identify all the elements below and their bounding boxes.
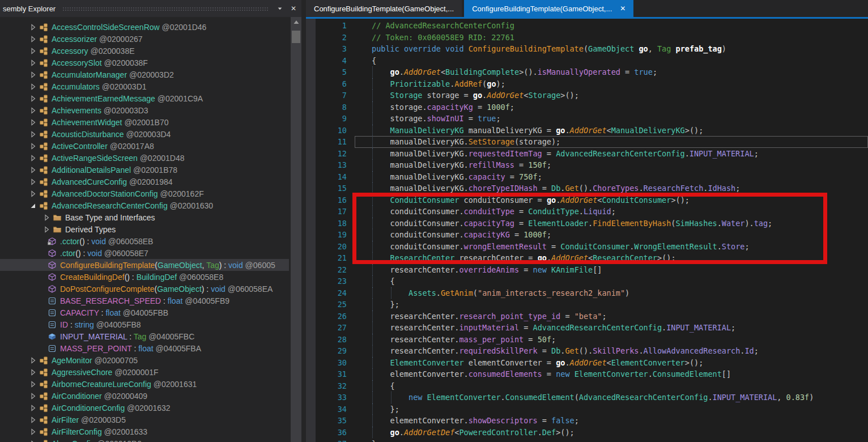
tree-item[interactable]: Accessorizer @02000267 [0,33,289,45]
tab-active[interactable]: ConfigureBuildingTemplate(GameObject,...… [464,0,633,17]
close-icon[interactable]: ✕ [288,3,299,14]
code-line[interactable]: 9 storage.showInUI = true; [316,113,868,125]
tree-item[interactable]: ConfigureBuildingTemplate(GameObject, Ta… [0,259,289,271]
tree-item[interactable]: AlgaeConfig @020010D0 [0,437,289,442]
code-line[interactable]: 3public override void ConfigureBuildingT… [316,43,868,55]
tree-item[interactable]: AdvancedDoctorStationConfig @0200162F [0,188,289,199]
tree-item[interactable]: AggressiveChore @0200001F [0,366,289,378]
tree-item[interactable]: AccessorySlot @0200038F [0,57,289,69]
tree-scrollbar[interactable] [291,17,301,442]
code-editor[interactable]: 1// AdvancedResearchCenterConfig2// Toke… [306,19,868,442]
tree-item[interactable]: AirFilter @020003D5 [0,414,289,426]
code-line[interactable]: 12 manualDeliveryKG.requestedItemTag = A… [316,148,868,160]
expander-collapsed-icon[interactable] [28,427,37,436]
tree-item[interactable]: AchievementWidget @02001B70 [0,116,289,128]
tree-item[interactable]: .cctor() : void @060058EB [0,235,289,247]
scrollbar-thumb[interactable] [292,31,300,43]
tree-item[interactable]: AdvancedCureConfig @02001984 [0,176,289,188]
tree-item[interactable]: AccessControlSideScreenRow @02001D46 [0,21,289,33]
code-line[interactable]: 33 new ElementConverter.ConsumedElement(… [316,392,868,403]
expander-collapsed-icon[interactable] [28,46,37,56]
expander-collapsed-icon[interactable] [28,189,37,198]
tree-item[interactable]: ActiveController @020017A8 [0,140,289,152]
tree-item[interactable]: DoPostConfigureComplete(GameObject) : vo… [0,283,289,295]
expander-collapsed-icon[interactable] [28,70,37,79]
tree-item[interactable]: AccumulatorManager @020003D2 [0,69,289,80]
expander-collapsed-icon[interactable] [28,106,37,115]
tree-item[interactable]: AirConditioner @02000409 [0,390,289,402]
expander-collapsed-icon[interactable] [28,403,37,413]
code-line[interactable]: 26 researchCenter.research_point_type_id… [316,311,868,322]
tree-item[interactable]: Base Type and Interfaces [0,211,289,223]
expander-collapsed-icon[interactable] [28,392,37,401]
code-line[interactable]: 6 Prioritizable.AddRef(go); [316,78,868,90]
code-line[interactable]: 5 go.AddOrGet<BuildingComplete>().isManu… [316,66,868,78]
code-line[interactable]: 4{ [316,55,868,67]
tree-item[interactable]: MASS_PER_POINT : float @04005FBA [0,342,289,354]
expander-collapsed-icon[interactable] [28,35,37,44]
code-line[interactable]: 27 researchCenter.inputMaterial = Advanc… [316,322,868,334]
tree-item[interactable]: ActiveRangeSideScreen @02001D48 [0,152,289,164]
tree-item[interactable]: AirborneCreatureLureConfig @02001631 [0,378,289,390]
tree-item[interactable]: CreateBuildingDef() : BuildingDef @06005… [0,271,289,283]
code-line[interactable]: 13 manualDeliveryKG.refillMass = 150f; [316,159,868,171]
panel-drag-grip[interactable] [62,7,269,12]
code-line[interactable]: 22 researchCenter.overrideAnims = new KA… [316,264,868,276]
code-line[interactable]: 10 ManualDeliveryKG manualDeliveryKG = g… [316,125,868,137]
tree-item[interactable]: Accumulators @020003D1 [0,80,289,92]
code-line[interactable]: 36 go.AddOrGetDef<PoweredController.Def>… [316,427,868,439]
expander-collapsed-icon[interactable] [28,82,37,91]
tree-item[interactable]: BASE_RESEARCH_SPEED : float @04005FB9 [0,295,289,307]
expander-collapsed-icon[interactable] [28,415,37,424]
code-line[interactable]: 8 storage.capacityKg = 1000f; [316,101,868,113]
tree-item[interactable]: ID : string @04005FB8 [0,318,289,330]
code-line[interactable]: 24 Assets.GetAnim("anim_interacts_resear… [316,287,868,299]
code-line[interactable]: 31 elementConverter.consumedElements = n… [316,368,868,380]
expander-collapsed-icon[interactable] [28,154,37,163]
tree-item[interactable]: AdditionalDetailsPanel @02001B78 [0,164,289,176]
expander-collapsed-icon[interactable] [28,23,37,32]
expander-collapsed-icon[interactable] [28,118,37,127]
tree-item[interactable]: AirFilterConfig @02001633 [0,426,289,437]
expander-collapsed-icon[interactable] [28,94,37,103]
code-line[interactable]: 25 }; [316,299,868,311]
expander-collapsed-icon[interactable] [28,356,37,365]
breakpoint-margin[interactable] [306,19,316,442]
code-line[interactable]: 29 researchCenter.requiredSkillPerk = Db… [316,345,868,357]
code-line[interactable]: 14 manualDeliveryKG.capacity = 750f; [316,171,868,183]
code-line[interactable]: 30 ElementConverter elementConverter = g… [316,357,868,369]
tree-item[interactable]: Derived Types [0,223,289,235]
expander-collapsed-icon[interactable] [28,130,37,139]
tree-item[interactable]: Accessory @0200038E [0,45,289,57]
expander-collapsed-icon[interactable] [28,165,37,175]
tree-item[interactable]: AcousticDisturbance @020003D4 [0,128,289,140]
tree-item[interactable]: AchievementEarnedMessage @02001C9A [0,92,289,104]
tree-item[interactable]: AirConditionerConfig @02001632 [0,402,289,414]
scroll-up-icon[interactable] [291,17,301,27]
code-line[interactable]: 1// AdvancedResearchCenterConfig [316,20,868,32]
code-line[interactable]: 2// Token: 0x060058E9 RID: 22761 [316,32,868,44]
expander-expanded-icon[interactable] [28,201,37,210]
code-line[interactable]: 34 }; [316,403,868,415]
tree-item[interactable]: AgeMonitor @02000705 [0,354,289,366]
code-line[interactable]: 32 { [316,380,868,392]
tab-close-icon[interactable]: ✕ [620,5,626,12]
expander-collapsed-icon[interactable] [28,368,37,377]
expander-collapsed-icon[interactable] [42,213,51,222]
expander-collapsed-icon[interactable] [28,380,37,389]
expander-collapsed-icon[interactable] [28,58,37,67]
code-line[interactable]: 7 Storage storage = go.AddOrGet<Storage>… [316,90,868,101]
tab[interactable]: ConfigureBuildingTemplate(GameObject,... [306,0,462,17]
tree-item[interactable]: INPUT_MATERIAL : Tag @04005FBC [0,330,289,342]
code-line[interactable]: 11 manualDeliveryKG.SetStorage(storage); [316,136,868,148]
expander-collapsed-icon[interactable] [28,142,37,151]
chevron-down-icon[interactable] [274,3,286,14]
tree-item[interactable]: CAPACITY : float @04005FBB [0,307,289,318]
code-line[interactable]: 35 elementConverter.showDescriptors = fa… [316,415,868,427]
expander-collapsed-icon[interactable] [42,225,51,234]
code-line[interactable]: 28 researchCenter.mass_per_point = 50f; [316,334,868,346]
code-line[interactable]: 23 { [316,275,868,287]
expander-collapsed-icon[interactable] [28,177,37,186]
tree-item[interactable]: Achievements @020003D3 [0,104,289,116]
expander-collapsed-icon[interactable] [28,439,37,442]
